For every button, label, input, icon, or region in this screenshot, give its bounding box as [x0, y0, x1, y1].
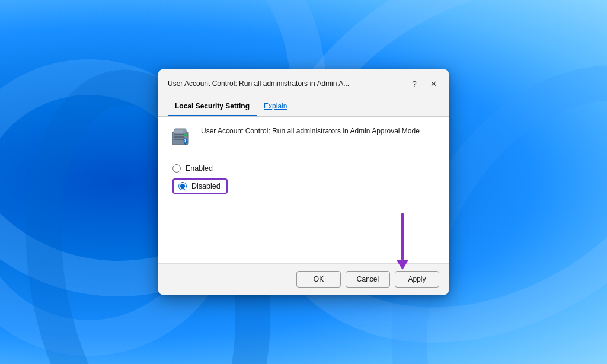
policy-icon: [170, 126, 194, 150]
radio-enabled-label: Enabled: [186, 164, 213, 173]
apply-button[interactable]: Apply: [395, 271, 439, 288]
svg-rect-3: [174, 134, 184, 135]
svg-rect-2: [174, 130, 183, 133]
server-security-icon: [171, 127, 193, 149]
svg-point-6: [184, 134, 187, 136]
arrow-shaft: [401, 213, 404, 260]
title-controls: ? ✕: [406, 75, 442, 92]
help-button[interactable]: ?: [406, 75, 423, 92]
dialog-window: User Account Control: Run all administra…: [158, 69, 449, 295]
svg-rect-4: [174, 136, 184, 138]
close-button[interactable]: ✕: [425, 75, 442, 92]
svg-rect-5: [174, 139, 184, 140]
tab-local-security[interactable]: Local Security Setting: [168, 97, 257, 116]
arrow-head: [397, 260, 408, 270]
tab-explain[interactable]: Explain: [257, 97, 294, 116]
radio-disabled-label: Disabled: [191, 182, 221, 190]
tab-bar: Local Security Setting Explain: [158, 97, 449, 117]
policy-header: User Account Control: Run all administra…: [170, 126, 437, 150]
radio-enabled-option[interactable]: Enabled: [172, 164, 437, 173]
apply-arrow-annotation: [397, 213, 408, 270]
dialog-backdrop: User Account Control: Run all administra…: [0, 0, 607, 364]
radio-disabled[interactable]: [178, 182, 187, 190]
radio-group: Enabled Disabled: [172, 164, 437, 194]
title-bar: User Account Control: Run all administra…: [158, 69, 449, 97]
radio-disabled-option[interactable]: Disabled: [172, 178, 437, 194]
cancel-button[interactable]: Cancel: [346, 271, 390, 288]
dialog-title: User Account Control: Run all administra…: [168, 79, 401, 88]
policy-title: User Account Control: Run all administra…: [201, 126, 420, 136]
radio-enabled[interactable]: [172, 164, 181, 173]
radio-disabled-selected-box: Disabled: [172, 178, 228, 194]
ok-button[interactable]: OK: [296, 271, 341, 288]
